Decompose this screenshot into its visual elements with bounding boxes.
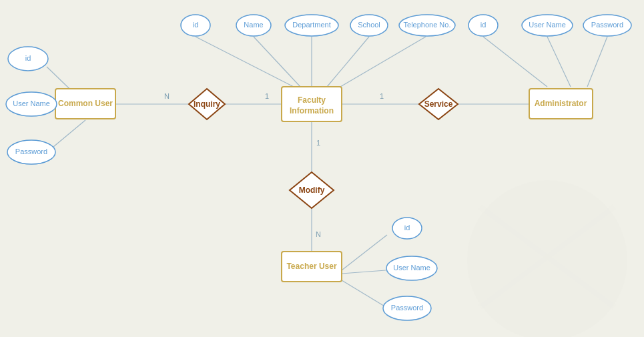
attr-fi-id-label: id [193,21,199,29]
attr-cu-password-label: Password [15,147,47,155]
service-label: Service [424,99,453,109]
line-ad-id [483,37,547,87]
card-1-inquiry-fi: 1 [265,92,269,100]
line-fi-id [196,37,294,87]
attr-tu-username-label: User Name [393,264,430,272]
attr-ad-username-label: User Name [529,21,566,29]
line-tu-username [342,270,386,274]
attr-fi-tel-label: Telephone No. [404,21,451,29]
inquiry-label: Inquiry [194,99,220,109]
line-tu-password [342,280,386,307]
line-fi-name [254,37,300,87]
line-tu-id [342,235,387,270]
line-cu-password [53,120,85,147]
modify-label: Modify [299,186,325,195]
attr-fi-dept-label: Department [292,21,330,29]
attr-ad-id-label: id [480,21,487,29]
card-n-modify-teacher: N [316,230,321,238]
attr-tu-password-label: Password [391,304,423,312]
card-1-fi-service: 1 [380,92,384,100]
line-ad-password [587,37,607,87]
attr-tu-id-label: id [404,224,410,232]
line-fi-tel [340,37,426,87]
administrator-label: Administrator [535,99,587,108]
card-n-inquiry: N [164,92,170,100]
teacher-user-label: Teacher User [286,262,336,271]
line-ad-username [547,37,571,87]
card-1-fi-modify: 1 [316,139,320,147]
er-diagram: N 1 1 1 N Common User Faculty Informatio… [0,0,644,337]
attr-fi-school-label: School [358,21,380,29]
attr-cu-id-label: id [25,54,31,62]
common-user-label: Common User [58,99,113,108]
attr-cu-username-label: User Name [13,99,50,107]
attr-fi-name-label: Name [244,21,263,29]
attr-ad-password-label: Password [591,21,623,29]
faculty-info-label-line1: Faculty [298,95,326,105]
line-fi-school [327,37,369,87]
faculty-info-label-line2: Information [290,106,334,115]
